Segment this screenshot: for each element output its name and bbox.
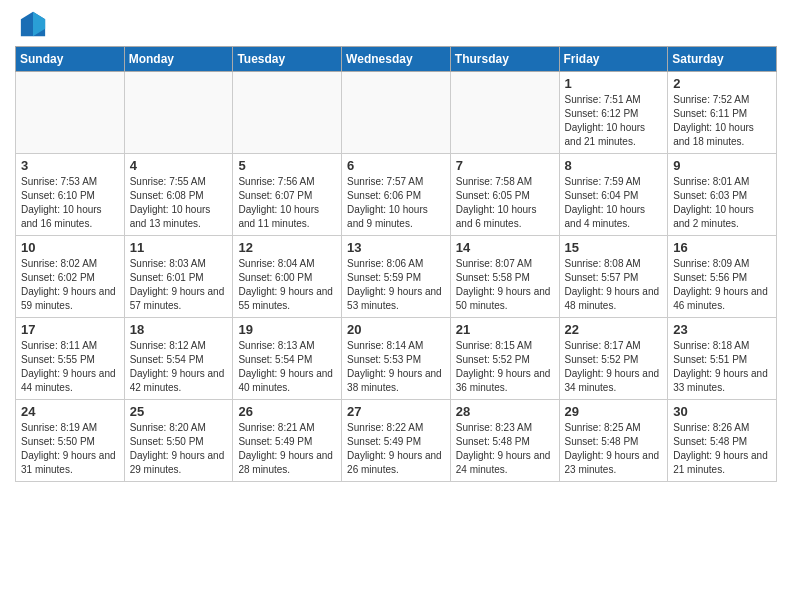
week-row-2: 3Sunrise: 7:53 AM Sunset: 6:10 PM Daylig… xyxy=(16,154,777,236)
day-cell: 20Sunrise: 8:14 AM Sunset: 5:53 PM Dayli… xyxy=(342,318,451,400)
day-number: 30 xyxy=(673,404,771,419)
day-number: 6 xyxy=(347,158,445,173)
day-cell: 5Sunrise: 7:56 AM Sunset: 6:07 PM Daylig… xyxy=(233,154,342,236)
day-info: Sunrise: 8:01 AM Sunset: 6:03 PM Dayligh… xyxy=(673,175,771,231)
day-number: 11 xyxy=(130,240,228,255)
day-number: 1 xyxy=(565,76,663,91)
day-info: Sunrise: 7:56 AM Sunset: 6:07 PM Dayligh… xyxy=(238,175,336,231)
day-info: Sunrise: 8:25 AM Sunset: 5:48 PM Dayligh… xyxy=(565,421,663,477)
day-info: Sunrise: 8:09 AM Sunset: 5:56 PM Dayligh… xyxy=(673,257,771,313)
day-cell: 26Sunrise: 8:21 AM Sunset: 5:49 PM Dayli… xyxy=(233,400,342,482)
day-info: Sunrise: 8:02 AM Sunset: 6:02 PM Dayligh… xyxy=(21,257,119,313)
day-cell: 12Sunrise: 8:04 AM Sunset: 6:00 PM Dayli… xyxy=(233,236,342,318)
day-info: Sunrise: 8:14 AM Sunset: 5:53 PM Dayligh… xyxy=(347,339,445,395)
day-number: 27 xyxy=(347,404,445,419)
logo-icon xyxy=(19,10,47,38)
day-info: Sunrise: 7:59 AM Sunset: 6:04 PM Dayligh… xyxy=(565,175,663,231)
day-cell: 13Sunrise: 8:06 AM Sunset: 5:59 PM Dayli… xyxy=(342,236,451,318)
weekday-monday: Monday xyxy=(124,47,233,72)
day-cell: 18Sunrise: 8:12 AM Sunset: 5:54 PM Dayli… xyxy=(124,318,233,400)
day-number: 3 xyxy=(21,158,119,173)
day-number: 2 xyxy=(673,76,771,91)
day-info: Sunrise: 7:51 AM Sunset: 6:12 PM Dayligh… xyxy=(565,93,663,149)
day-number: 12 xyxy=(238,240,336,255)
day-cell: 24Sunrise: 8:19 AM Sunset: 5:50 PM Dayli… xyxy=(16,400,125,482)
weekday-sunday: Sunday xyxy=(16,47,125,72)
day-cell: 28Sunrise: 8:23 AM Sunset: 5:48 PM Dayli… xyxy=(450,400,559,482)
day-number: 21 xyxy=(456,322,554,337)
weekday-tuesday: Tuesday xyxy=(233,47,342,72)
day-cell: 3Sunrise: 7:53 AM Sunset: 6:10 PM Daylig… xyxy=(16,154,125,236)
day-info: Sunrise: 8:13 AM Sunset: 5:54 PM Dayligh… xyxy=(238,339,336,395)
day-cell: 27Sunrise: 8:22 AM Sunset: 5:49 PM Dayli… xyxy=(342,400,451,482)
day-number: 7 xyxy=(456,158,554,173)
day-cell: 15Sunrise: 8:08 AM Sunset: 5:57 PM Dayli… xyxy=(559,236,668,318)
weekday-friday: Friday xyxy=(559,47,668,72)
day-cell xyxy=(450,72,559,154)
day-info: Sunrise: 8:12 AM Sunset: 5:54 PM Dayligh… xyxy=(130,339,228,395)
day-info: Sunrise: 7:57 AM Sunset: 6:06 PM Dayligh… xyxy=(347,175,445,231)
day-number: 19 xyxy=(238,322,336,337)
day-cell: 4Sunrise: 7:55 AM Sunset: 6:08 PM Daylig… xyxy=(124,154,233,236)
day-cell: 6Sunrise: 7:57 AM Sunset: 6:06 PM Daylig… xyxy=(342,154,451,236)
day-info: Sunrise: 8:08 AM Sunset: 5:57 PM Dayligh… xyxy=(565,257,663,313)
day-number: 26 xyxy=(238,404,336,419)
day-info: Sunrise: 8:07 AM Sunset: 5:58 PM Dayligh… xyxy=(456,257,554,313)
week-row-1: 1Sunrise: 7:51 AM Sunset: 6:12 PM Daylig… xyxy=(16,72,777,154)
day-cell xyxy=(233,72,342,154)
day-info: Sunrise: 8:18 AM Sunset: 5:51 PM Dayligh… xyxy=(673,339,771,395)
day-info: Sunrise: 7:58 AM Sunset: 6:05 PM Dayligh… xyxy=(456,175,554,231)
day-number: 24 xyxy=(21,404,119,419)
day-number: 28 xyxy=(456,404,554,419)
day-cell: 30Sunrise: 8:26 AM Sunset: 5:48 PM Dayli… xyxy=(668,400,777,482)
day-number: 23 xyxy=(673,322,771,337)
day-info: Sunrise: 8:06 AM Sunset: 5:59 PM Dayligh… xyxy=(347,257,445,313)
day-info: Sunrise: 8:19 AM Sunset: 5:50 PM Dayligh… xyxy=(21,421,119,477)
day-info: Sunrise: 8:20 AM Sunset: 5:50 PM Dayligh… xyxy=(130,421,228,477)
day-cell: 29Sunrise: 8:25 AM Sunset: 5:48 PM Dayli… xyxy=(559,400,668,482)
day-number: 29 xyxy=(565,404,663,419)
day-info: Sunrise: 8:17 AM Sunset: 5:52 PM Dayligh… xyxy=(565,339,663,395)
week-row-3: 10Sunrise: 8:02 AM Sunset: 6:02 PM Dayli… xyxy=(16,236,777,318)
day-number: 14 xyxy=(456,240,554,255)
day-cell xyxy=(124,72,233,154)
day-cell: 1Sunrise: 7:51 AM Sunset: 6:12 PM Daylig… xyxy=(559,72,668,154)
day-number: 8 xyxy=(565,158,663,173)
day-number: 13 xyxy=(347,240,445,255)
day-number: 9 xyxy=(673,158,771,173)
weekday-thursday: Thursday xyxy=(450,47,559,72)
day-info: Sunrise: 8:22 AM Sunset: 5:49 PM Dayligh… xyxy=(347,421,445,477)
day-number: 22 xyxy=(565,322,663,337)
week-row-5: 24Sunrise: 8:19 AM Sunset: 5:50 PM Dayli… xyxy=(16,400,777,482)
calendar-page: SundayMondayTuesdayWednesdayThursdayFrid… xyxy=(0,0,792,492)
weekday-saturday: Saturday xyxy=(668,47,777,72)
day-cell: 10Sunrise: 8:02 AM Sunset: 6:02 PM Dayli… xyxy=(16,236,125,318)
day-cell xyxy=(16,72,125,154)
day-number: 20 xyxy=(347,322,445,337)
day-number: 17 xyxy=(21,322,119,337)
day-cell: 21Sunrise: 8:15 AM Sunset: 5:52 PM Dayli… xyxy=(450,318,559,400)
day-cell: 16Sunrise: 8:09 AM Sunset: 5:56 PM Dayli… xyxy=(668,236,777,318)
day-info: Sunrise: 8:04 AM Sunset: 6:00 PM Dayligh… xyxy=(238,257,336,313)
day-number: 4 xyxy=(130,158,228,173)
day-info: Sunrise: 8:21 AM Sunset: 5:49 PM Dayligh… xyxy=(238,421,336,477)
day-info: Sunrise: 8:15 AM Sunset: 5:52 PM Dayligh… xyxy=(456,339,554,395)
day-info: Sunrise: 8:03 AM Sunset: 6:01 PM Dayligh… xyxy=(130,257,228,313)
day-cell: 7Sunrise: 7:58 AM Sunset: 6:05 PM Daylig… xyxy=(450,154,559,236)
day-cell: 8Sunrise: 7:59 AM Sunset: 6:04 PM Daylig… xyxy=(559,154,668,236)
day-number: 16 xyxy=(673,240,771,255)
day-cell: 23Sunrise: 8:18 AM Sunset: 5:51 PM Dayli… xyxy=(668,318,777,400)
weekday-header-row: SundayMondayTuesdayWednesdayThursdayFrid… xyxy=(16,47,777,72)
day-info: Sunrise: 7:55 AM Sunset: 6:08 PM Dayligh… xyxy=(130,175,228,231)
day-cell: 22Sunrise: 8:17 AM Sunset: 5:52 PM Dayli… xyxy=(559,318,668,400)
logo xyxy=(15,10,47,38)
day-number: 15 xyxy=(565,240,663,255)
calendar-table: SundayMondayTuesdayWednesdayThursdayFrid… xyxy=(15,46,777,482)
day-cell xyxy=(342,72,451,154)
day-cell: 25Sunrise: 8:20 AM Sunset: 5:50 PM Dayli… xyxy=(124,400,233,482)
day-info: Sunrise: 8:26 AM Sunset: 5:48 PM Dayligh… xyxy=(673,421,771,477)
day-info: Sunrise: 7:53 AM Sunset: 6:10 PM Dayligh… xyxy=(21,175,119,231)
day-info: Sunrise: 8:23 AM Sunset: 5:48 PM Dayligh… xyxy=(456,421,554,477)
day-info: Sunrise: 8:11 AM Sunset: 5:55 PM Dayligh… xyxy=(21,339,119,395)
day-cell: 9Sunrise: 8:01 AM Sunset: 6:03 PM Daylig… xyxy=(668,154,777,236)
